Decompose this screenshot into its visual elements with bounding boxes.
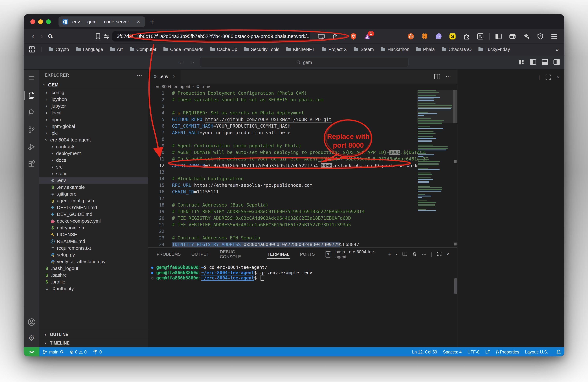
bookmark-folder[interactable]: Code Standards [164,47,203,52]
outline-section[interactable]: › OUTLINE [39,330,148,339]
code-line-15[interactable]: 15RPC_URL=https://ethereum-sepolia-rpc.p… [148,182,457,189]
problems-item[interactable]: ⊗ 0 ⚠ 0 [67,349,90,355]
status-item-layout-u-s-[interactable]: Layout: U.S. [522,350,551,355]
bookmark-folder[interactable]: Crypto [49,47,69,52]
code-line-23[interactable]: 23# Contract Addresses ETH Sepolia [148,235,457,241]
bookmark-icon[interactable] [94,33,102,40]
screencast-icon[interactable] [316,33,326,40]
panel-tab-debug-console[interactable]: DEBUG CONSOLE [219,248,257,261]
sidebar-toggle-icon[interactable] [494,33,504,40]
apps-grid-icon[interactable] [29,46,34,52]
url-bar[interactable]: 3f07d9618b6c167f1a2d54a33b95fb7eb522f7b4… [112,31,310,41]
zoom-window-button[interactable] [46,19,51,24]
vscode-forward-arrow[interactable]: → [189,59,195,65]
brave-shield-icon[interactable] [349,33,358,40]
breadcrumb-project[interactable]: erc-8004-tee-agent [154,84,190,89]
tree-item-agent-config.json[interactable]: {}agent_config.json [39,197,148,204]
code-line-13[interactable]: 13 [148,169,457,176]
bookmark-folder[interactable]: KitcheNFT [286,47,315,52]
tree-item-.ipython[interactable]: ›.ipython [39,96,148,103]
code-line-22[interactable]: 22 [148,228,457,235]
explorer-icon[interactable] [26,90,37,100]
line-number[interactable]: 5 [148,117,172,122]
kill-terminal-icon[interactable] [412,251,418,258]
new-terminal-icon[interactable]: + [388,251,392,258]
leo-ai-sparkles-icon[interactable] [522,33,531,40]
line-number[interactable]: 14 [148,176,172,181]
search-sidebar-icon[interactable] [26,107,37,118]
status-item-utf-8[interactable]: UTF-8 [464,350,482,355]
code-line-16[interactable]: 16CHAIN_ID=11155111 [148,189,457,195]
code-line-10[interactable]: 10# AGENT_DOMAIN will be auto-set when d… [148,149,457,156]
panel-more-icon[interactable]: ⋯ [422,252,427,257]
minimap[interactable] [418,90,454,212]
tree-item-.npm-global[interactable]: ›.npm-global [39,123,148,130]
line-number[interactable]: 17 [148,196,172,201]
line-number[interactable]: 8 [148,137,172,142]
close-window-button[interactable] [30,19,35,24]
account-icon[interactable] [26,317,37,327]
panel-tab-output[interactable]: OUTPUT [191,250,210,259]
minimize-window-button[interactable] [38,19,43,24]
line-number[interactable]: 16 [148,189,172,195]
tree-item-.jupyter[interactable]: ›.jupyter [39,103,148,109]
panel-tab-terminal[interactable]: TERMINAL [267,250,290,259]
wallet-icon[interactable] [507,33,517,40]
tab-close-icon[interactable]: × [136,19,141,25]
panel-tab-problems[interactable]: PROBLEMS [156,250,181,259]
code-line-6[interactable]: 6GIT_COMMIT_HASH=YOUR_PRODUCTION_COMMIT_… [148,123,457,129]
code-line-14[interactable]: 14# Blockchain Configuration [148,176,457,182]
code-line-12[interactable]: 12AGENT_DOMAIN=3f07d9618b6c167f1a2d54a33… [148,162,457,169]
close-panel-icon[interactable]: × [446,252,449,257]
tree-item-src[interactable]: ›src [39,163,148,170]
alert-extension-icon[interactable]: 1 [362,33,372,40]
phantom-extension-icon[interactable] [434,33,443,40]
search-page-icon[interactable] [475,33,485,40]
line-number[interactable]: 21 [148,222,172,227]
bookmark-folder[interactable]: Computer [130,47,156,52]
tree-item-.profile[interactable]: $.profile [39,279,148,285]
editor-more-icon[interactable]: ⋯ [446,73,451,80]
line-number[interactable]: 23 [148,235,172,241]
editor-tab-env[interactable]: ⚙ .env × [148,70,180,83]
tree-item-entrypoint.sh[interactable]: $entrypoint.sh [39,224,148,231]
workspace-root-row[interactable]: › GEM [39,80,148,89]
code-line-3[interactable]: 3 [148,103,457,110]
tree-item-.config[interactable]: ›.config [39,89,148,96]
tree-item-docker-compose.yml[interactable]: docker-compose.yml [39,218,148,224]
code-line-2[interactable]: 2# These variables should be set as SECR… [148,97,457,103]
line-number[interactable]: 13 [148,170,172,175]
line-number[interactable]: 3 [148,104,172,109]
tree-item-erc-8004-tee-agent[interactable]: ›erc-8004-tee-agent [39,137,148,143]
bookmark-folder[interactable]: Security Tools [244,47,279,52]
terminal-shell-label[interactable]: bash - erc-8004-tee-agent [336,249,384,259]
tree-item-.env[interactable]: ⚙.env [39,177,148,184]
bookmark-folder[interactable]: Cache Up [210,47,237,52]
code-line-7[interactable]: 7AGENT_SALT=your-unique-production-salt-… [148,129,457,136]
line-number[interactable]: 9 [148,143,172,148]
forward-button[interactable]: › [38,33,46,40]
back-button[interactable]: ‹ [29,33,38,40]
toggle-secondary-sidebar-icon[interactable] [553,58,560,66]
line-number[interactable]: 12 [148,163,172,168]
code-line-11[interactable]: 11# In VibeVM set the address to your do… [148,156,457,162]
code-line-1[interactable]: 1# Production Deployment Configuration (… [148,90,457,97]
line-number[interactable]: 11 [148,157,172,161]
terminal-scrollbar[interactable] [454,278,457,294]
line-number[interactable]: 4 [148,110,172,116]
browser-tab[interactable]: .env — gem — code-server × [59,17,145,27]
bookmark-folder[interactable]: Hackathon [381,47,409,52]
tree-item-docs[interactable]: ›docs [39,157,148,163]
vscode-back-arrow[interactable]: ← [178,59,184,65]
line-number[interactable]: 22 [148,229,172,234]
bookmark-folder[interactable]: Phala [416,47,435,52]
metamask-extension-icon[interactable] [420,33,430,40]
code-line-8[interactable]: 8 [148,136,457,142]
line-number[interactable]: 2 [148,97,172,102]
s-extension-icon[interactable]: S [448,33,458,40]
tree-item-.Xauthority[interactable]: ≡.Xauthority [39,285,148,292]
timeline-section[interactable]: › TIMELINE [39,339,148,347]
code-line-9[interactable]: 9# Agent Configuration (auto-populated b… [148,142,457,149]
run-debug-icon[interactable] [26,142,37,152]
panel-tab-ports[interactable]: PORTS [300,250,315,259]
